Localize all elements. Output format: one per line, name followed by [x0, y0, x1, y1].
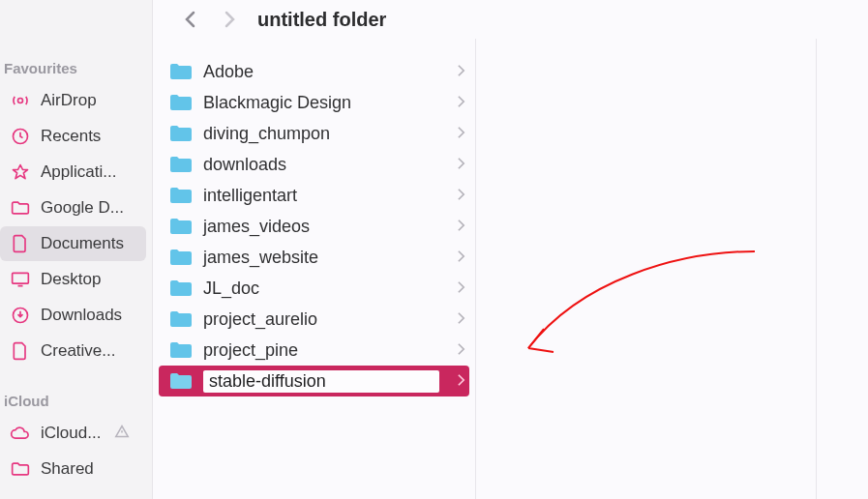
chevron-right-icon — [457, 62, 465, 82]
rename-input[interactable] — [203, 370, 439, 393]
folder-name: project_pine — [203, 340, 298, 361]
app-icon — [10, 161, 31, 183]
chevron-right-icon — [457, 309, 465, 330]
folder-name: intelligentart — [203, 186, 297, 206]
folder-name: downloads — [203, 155, 286, 175]
sidebar-item-airdrop[interactable]: AirDrop — [0, 83, 146, 118]
sidebar-item-downloads[interactable]: Downloads — [0, 298, 146, 333]
chevron-right-icon — [457, 124, 465, 144]
folder-icon — [168, 93, 194, 112]
clock-icon — [10, 126, 31, 147]
folder-row[interactable]: Blackmagic Design — [153, 87, 475, 118]
folder-icon — [168, 217, 194, 236]
sidebar-item-icloud-drive[interactable]: iCloud... — [0, 416, 146, 451]
sidebar-item-applications[interactable]: Applicati... — [0, 155, 146, 190]
back-button[interactable] — [180, 9, 201, 30]
sidebar-section-icloud: iCloud — [0, 387, 152, 415]
sidebar-item-shared[interactable]: Shared — [0, 452, 146, 486]
download-icon — [10, 305, 31, 326]
sidebar-label: AirDrop — [41, 91, 97, 110]
sidebar-section-favourites: Favourites — [0, 54, 152, 82]
folder-name: james_videos — [203, 217, 310, 237]
chevron-right-icon — [457, 248, 465, 268]
chevron-right-icon — [457, 93, 465, 113]
folder-icon — [168, 248, 194, 267]
chevron-right-icon — [457, 155, 465, 175]
folder-icon — [10, 197, 31, 219]
svg-point-0 — [18, 99, 23, 103]
folder-row[interactable]: JL_doc — [153, 273, 475, 304]
content-area: untitled folder AdobeBlackmagic Designdi… — [153, 0, 868, 499]
folder-row[interactable]: project_aurelio — [153, 304, 475, 335]
chevron-right-icon — [457, 340, 465, 361]
window-title: untitled folder — [257, 9, 386, 31]
sidebar-label: Downloads — [41, 306, 122, 325]
folder-row[interactable]: project_pine — [153, 335, 475, 366]
folder-row[interactable]: james_videos — [153, 211, 475, 242]
folder-row[interactable]: diving_chumpon — [153, 118, 475, 149]
sidebar-label: Recents — [41, 127, 101, 146]
folder-icon — [168, 62, 194, 81]
airdrop-icon — [10, 90, 31, 111]
folder-icon — [168, 124, 194, 143]
folder-row[interactable]: intelligentart — [153, 180, 475, 211]
folder-row[interactable]: Adobe — [153, 56, 475, 87]
empty-column[interactable] — [476, 39, 817, 499]
column-view: AdobeBlackmagic Designdiving_chumpondown… — [153, 39, 868, 499]
cloud-icon — [10, 423, 31, 444]
sidebar: Favourites AirDrop Recents Applicati... … — [0, 0, 153, 499]
toolbar: untitled folder — [153, 0, 868, 39]
chevron-right-icon — [457, 371, 465, 392]
folder-name: Blackmagic Design — [203, 93, 351, 113]
chevron-right-icon — [457, 279, 465, 299]
doc-icon — [10, 233, 31, 254]
folder-icon — [168, 371, 194, 391]
folder-column[interactable]: AdobeBlackmagic Designdiving_chumpondown… — [153, 39, 476, 499]
sidebar-label: iCloud... — [41, 424, 101, 443]
sidebar-item-google-drive[interactable]: Google D... — [0, 191, 146, 225]
folder-icon — [168, 340, 194, 360]
sidebar-label: Applicati... — [41, 162, 116, 182]
sidebar-label: Shared — [41, 459, 94, 479]
sidebar-item-documents[interactable]: Documents — [0, 226, 146, 261]
sidebar-label: Google D... — [41, 198, 124, 218]
finder-window: Favourites AirDrop Recents Applicati... … — [0, 0, 868, 499]
folder-icon — [168, 309, 194, 329]
sidebar-label: Creative... — [41, 341, 115, 361]
sidebar-item-creative[interactable]: Creative... — [0, 334, 146, 368]
warning-icon — [114, 424, 130, 443]
svg-rect-2 — [13, 273, 29, 283]
folder-icon — [168, 279, 194, 298]
folder-icon — [168, 186, 194, 205]
sidebar-label: Desktop — [41, 270, 101, 289]
folder-row[interactable]: downloads — [153, 149, 475, 180]
doc-icon — [10, 340, 31, 362]
chevron-right-icon — [457, 217, 465, 237]
folder-name: james_website — [203, 248, 318, 268]
chevron-right-icon — [457, 186, 465, 206]
folder-row-editing[interactable] — [159, 366, 469, 396]
desktop-icon — [10, 269, 31, 290]
forward-button[interactable] — [219, 9, 240, 30]
folder-row[interactable]: james_website — [153, 242, 475, 273]
folder-name: diving_chumpon — [203, 124, 330, 144]
folder-name: Adobe — [203, 62, 254, 82]
sidebar-item-desktop[interactable]: Desktop — [0, 262, 146, 297]
folder-name: project_aurelio — [203, 309, 317, 330]
sidebar-label: Documents — [41, 234, 124, 253]
sidebar-item-recents[interactable]: Recents — [0, 119, 146, 154]
folder-name: JL_doc — [203, 279, 259, 299]
folder-icon — [168, 155, 194, 174]
shared-folder-icon — [10, 458, 31, 480]
